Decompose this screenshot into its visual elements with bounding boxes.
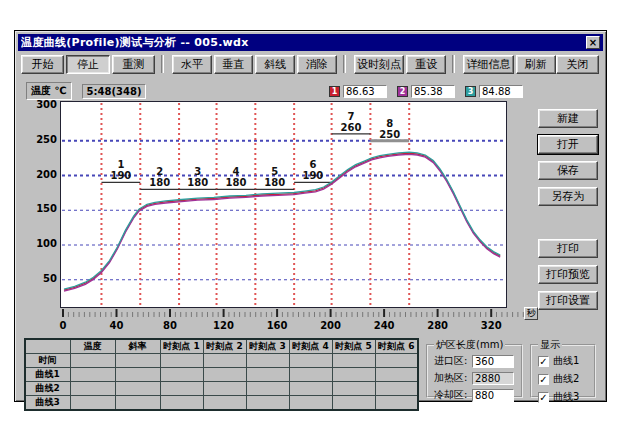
svg-text:7: 7 <box>348 111 355 122</box>
svg-text:180: 180 <box>149 177 170 188</box>
curve1-color-swatch: 1 <box>329 86 340 97</box>
curve3-peak-value: 84.88 <box>479 85 523 98</box>
svg-text:4: 4 <box>232 166 239 177</box>
print-preview-button[interactable]: 打印预览 <box>538 265 598 284</box>
col-timepoint-1: 时刻点 1 <box>160 339 203 354</box>
plot-area[interactable]: 11902180318041805180619072608250 <box>60 101 538 308</box>
open-button[interactable]: 打开 <box>538 135 598 154</box>
col-timepoint-6: 时刻点 6 <box>375 339 418 354</box>
reset-button[interactable]: 重设 <box>406 55 446 74</box>
y-tick-label: 200 <box>36 169 57 180</box>
chart-area: 30025020015010050 1190218031804180518061… <box>20 101 603 308</box>
inlet-zone-input[interactable] <box>472 355 514 368</box>
panel-spacer <box>538 213 598 239</box>
svg-text:5: 5 <box>271 166 278 177</box>
title-bar: 温度曲线(Profile)测试与分析 -- 005.wdx × <box>18 34 603 51</box>
curve2-color-swatch: 2 <box>397 86 408 97</box>
toolbar: 开始 停止 重测 水平 垂直 斜线 消除 设时刻点 重设 详细信息 刷新 关闭 <box>18 51 603 77</box>
horizontal-line-button[interactable]: 水平 <box>172 55 212 74</box>
x-tick-label: 40 <box>110 320 124 331</box>
details-button[interactable]: 详细信息 <box>463 55 514 74</box>
close-button[interactable]: 关闭 <box>556 55 599 74</box>
svg-text:190: 190 <box>110 170 131 181</box>
legend-item-curve2: 2 85.38 <box>397 85 455 98</box>
legend-item-curve3: 3 84.88 <box>465 85 523 98</box>
curve1-toggle-row: ✓ 曲线1 <box>538 354 590 368</box>
svg-text:180: 180 <box>187 177 208 188</box>
svg-text:250: 250 <box>379 129 400 140</box>
print-button[interactable]: 打印 <box>538 239 598 258</box>
legend: 1 86.63 2 85.38 3 84.88 <box>329 85 523 98</box>
x-axis-unit-label: 秒 <box>524 307 538 320</box>
curve3-checkbox[interactable]: ✓ <box>538 392 549 403</box>
inlet-zone-label: 进口区: <box>434 354 472 368</box>
window-title: 温度曲线(Profile)测试与分析 -- 005.wdx <box>21 35 586 50</box>
toolbar-separator <box>161 55 164 73</box>
save-button[interactable]: 保存 <box>538 161 598 180</box>
new-button[interactable]: 新建 <box>538 109 598 128</box>
svg-text:8: 8 <box>386 118 393 129</box>
svg-text:260: 260 <box>341 122 362 133</box>
save-as-button[interactable]: 另存为 <box>538 187 598 206</box>
col-timepoint-5: 时刻点 5 <box>332 339 375 354</box>
x-axis-ruler: 秒 <box>60 308 540 320</box>
curve2-checkbox-label: 曲线2 <box>553 372 579 386</box>
titlebar-close-icon[interactable]: × <box>586 36 600 49</box>
col-timepoint-2: 时刻点 2 <box>203 339 246 354</box>
curve1-checkbox-label: 曲线1 <box>553 354 579 368</box>
furnace-group-title: 炉区长度(mm) <box>434 338 505 352</box>
legend-item-curve1: 1 86.63 <box>329 85 387 98</box>
heating-zone-input[interactable] <box>472 372 514 385</box>
print-setup-button[interactable]: 打印设置 <box>538 291 598 310</box>
svg-text:180: 180 <box>225 177 246 188</box>
retest-button[interactable]: 重测 <box>112 55 155 74</box>
y-tick-label: 150 <box>36 203 57 214</box>
temperature-profile-svg[interactable]: 11902180318041805180619072608250 <box>61 102 506 307</box>
vertical-line-button[interactable]: 垂直 <box>214 55 254 74</box>
curve2-checkbox[interactable]: ✓ <box>538 374 549 385</box>
x-axis-ticks <box>60 308 530 318</box>
display-group-title: 显示 <box>538 338 562 352</box>
curve2-peak-value: 85.38 <box>411 85 455 98</box>
chart-header: 温度 ℃ 5:48(348) 1 86.63 2 85.38 3 84.88 <box>26 83 603 99</box>
toolbar-separator <box>343 55 346 73</box>
corner-cell <box>25 339 70 354</box>
svg-text:3: 3 <box>194 166 201 177</box>
x-tick-label: 160 <box>267 320 288 331</box>
row-curve1: 曲线1 <box>25 368 70 382</box>
file-button-panel: 新建 打开 保存 另存为 打印 打印预览 打印设置 <box>538 109 598 317</box>
cooling-zone-input[interactable] <box>472 389 514 402</box>
svg-text:180: 180 <box>264 177 285 188</box>
row-time: 时间 <box>25 354 70 368</box>
set-timepoints-button[interactable]: 设时刻点 <box>354 55 405 74</box>
bottom-section: 温度 斜率 时刻点 1 时刻点 2 时刻点 3 时刻点 4 时刻点 5 时刻点 … <box>18 338 603 411</box>
heating-zone-label: 加热区: <box>434 371 472 385</box>
refresh-button[interactable]: 刷新 <box>516 55 556 74</box>
x-axis-labels: 04080120160200240280320 <box>60 320 540 333</box>
y-tick-label: 100 <box>36 238 57 249</box>
col-timepoint-4: 时刻点 4 <box>289 339 332 354</box>
toolbar-separator <box>452 55 455 73</box>
col-slope: 斜率 <box>115 339 160 354</box>
curve3-checkbox-label: 曲线3 <box>553 390 579 404</box>
row-curve3: 曲线3 <box>25 396 70 411</box>
curve1-peak-value: 86.63 <box>343 85 387 98</box>
col-timepoint-3: 时刻点 3 <box>246 339 289 354</box>
table-row: 时间 <box>25 354 418 368</box>
profile-chart[interactable]: 11902180318041805180619072608250 <box>60 101 507 308</box>
x-tick-label: 320 <box>481 320 502 331</box>
start-button[interactable]: 开始 <box>21 55 64 74</box>
row-curve2: 曲线2 <box>25 382 70 396</box>
curve1-checkbox[interactable]: ✓ <box>538 356 549 367</box>
curve3-toggle-row: ✓ 曲线3 <box>538 390 590 404</box>
curve3-color-swatch: 3 <box>465 86 476 97</box>
diagonal-line-button[interactable]: 斜线 <box>255 55 295 74</box>
x-tick-label: 80 <box>163 320 177 331</box>
heating-zone-row: 加热区: <box>434 371 517 385</box>
svg-text:2: 2 <box>156 166 163 177</box>
table-row: 曲线1 <box>25 368 418 382</box>
y-tick-label: 50 <box>43 273 57 284</box>
stop-button[interactable]: 停止 <box>66 55 109 74</box>
clear-button[interactable]: 消除 <box>297 55 337 74</box>
y-axis: 30025020015010050 <box>20 101 60 308</box>
